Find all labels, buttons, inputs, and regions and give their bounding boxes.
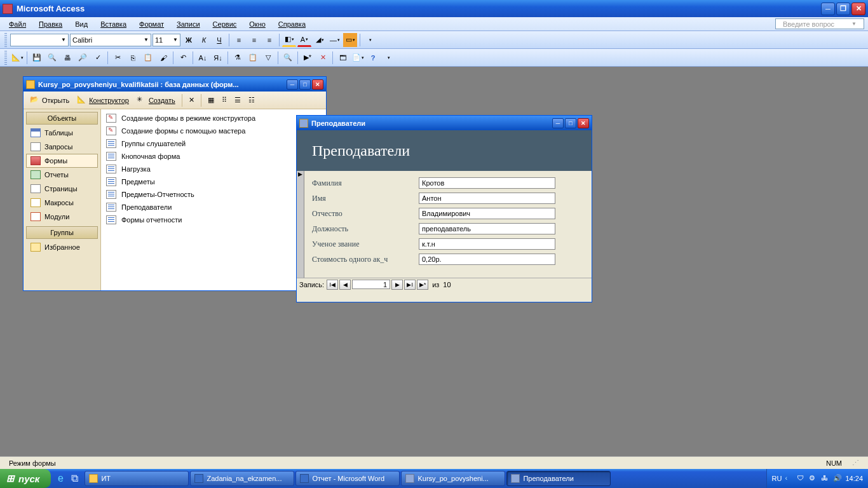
toolbar-options-button[interactable]: ▾ — [363, 33, 377, 47]
copy-button[interactable]: ⎘ — [126, 51, 140, 65]
toolbar-grip[interactable] — [4, 33, 7, 47]
recnav-next-button[interactable]: ▶ — [391, 280, 403, 290]
record-selector[interactable]: ▶ — [297, 171, 304, 278]
bold-button[interactable]: Ж — [182, 33, 196, 47]
field-input[interactable] — [419, 223, 555, 234]
db-list-item[interactable]: Формы отчетности — [104, 214, 323, 226]
menu-window[interactable]: Окно — [244, 19, 271, 29]
taskbar-task[interactable]: Преподаватели — [506, 471, 611, 486]
db-list-item[interactable]: Группы слушателей — [104, 137, 323, 150]
underline-button[interactable]: Ч — [212, 33, 226, 47]
sort-desc-button[interactable]: Я↓ — [211, 51, 225, 65]
field-input[interactable] — [419, 208, 555, 219]
sort-asc-button[interactable]: A↓ — [196, 51, 210, 65]
db-design-button[interactable]: 📐Конструктор — [74, 94, 132, 107]
db-list-button[interactable]: ☰ — [232, 95, 243, 105]
save-button[interactable]: 💾 — [30, 51, 44, 65]
field-input[interactable] — [419, 238, 555, 250]
print-button[interactable]: 🖶 — [60, 51, 74, 65]
tray-chevron-icon[interactable]: ‹ — [785, 474, 794, 483]
object-selector[interactable]: ▼ — [10, 34, 69, 46]
align-left-button[interactable]: ≡ — [232, 33, 246, 47]
db-nav-item[interactable]: Страницы — [26, 182, 98, 196]
tray-shield-icon[interactable]: 🛡 — [797, 474, 806, 483]
minimize-button[interactable]: ─ — [821, 3, 835, 15]
db-minimize-button[interactable]: ─ — [287, 79, 298, 90]
recnav-first-button[interactable]: I◀ — [327, 280, 338, 290]
filter-selection-button[interactable]: ⚗ — [231, 51, 245, 65]
maximize-button[interactable]: ❐ — [836, 3, 850, 15]
toolbar-options-button[interactable]: ▾ — [381, 51, 395, 65]
taskbar-task[interactable]: ИТ — [85, 471, 189, 486]
help-search-box[interactable]: Введите вопрос ▼ — [775, 18, 864, 29]
print-preview-button[interactable]: 🔎 — [76, 51, 90, 65]
tray-network-icon[interactable]: 🖧 — [821, 474, 830, 483]
menu-file[interactable]: Файл — [4, 19, 31, 29]
recnav-prev-button[interactable]: ◀ — [339, 280, 351, 290]
tray-updates-icon[interactable]: ⚙ — [809, 474, 818, 483]
font-color-button[interactable]: A▾ — [297, 33, 311, 47]
db-nav-item[interactable]: Отчеты — [26, 168, 98, 182]
undo-button[interactable]: ↶ — [176, 51, 190, 65]
close-button[interactable]: ✕ — [851, 3, 865, 15]
taskbar-task[interactable]: Zadania_na_ekzamen... — [190, 471, 294, 486]
db-list-item[interactable]: Предметы-Отчетность — [104, 188, 323, 201]
start-button[interactable]: ⊞ пуск — [0, 469, 51, 488]
form-titlebar[interactable]: Преподаватели ─ □ ✕ — [297, 116, 592, 130]
db-large-icons-button[interactable]: ▦ — [205, 95, 217, 105]
db-details-button[interactable]: ☷ — [246, 95, 257, 105]
menu-insert[interactable]: Вставка — [95, 19, 132, 29]
filter-form-button[interactable]: 📋 — [246, 51, 260, 65]
file-search-button[interactable]: 🔍 — [45, 51, 59, 65]
format-painter-button[interactable]: 🖌 — [156, 51, 170, 65]
form-minimize-button[interactable]: ─ — [552, 118, 564, 128]
db-maximize-button[interactable]: □ — [299, 79, 311, 90]
recnav-current-input[interactable] — [352, 280, 390, 289]
db-delete-button[interactable]: ✕ — [186, 95, 197, 105]
taskbar-task[interactable]: Kursy_po_povysheni... — [401, 471, 505, 486]
new-object-button[interactable]: 📄▾ — [351, 51, 365, 65]
menu-help[interactable]: Справка — [273, 19, 311, 29]
db-close-button[interactable]: ✕ — [312, 79, 323, 90]
db-small-icons-button[interactable]: ⠿ — [219, 95, 229, 105]
field-input[interactable] — [419, 254, 555, 265]
toolbar-grip[interactable] — [4, 51, 7, 65]
db-window-button[interactable]: 🗔 — [336, 51, 349, 65]
ql-ie-icon[interactable]: e — [53, 471, 67, 486]
taskbar-task[interactable]: Отчет - Microsoft Word — [295, 471, 400, 486]
db-create-button[interactable]: ✳Создать — [134, 94, 178, 107]
line-width-button[interactable]: —▾ — [328, 33, 342, 47]
ql-desktop-icon[interactable]: ⧉ — [67, 471, 81, 486]
align-right-button[interactable]: ≡ — [262, 33, 276, 47]
font-size-selector[interactable]: 11▼ — [153, 34, 180, 46]
menu-view[interactable]: Вид — [70, 19, 93, 29]
db-nav-favorites[interactable]: Избранное — [26, 240, 98, 254]
recnav-last-button[interactable]: ▶I — [404, 280, 416, 290]
tray-clock[interactable]: 14:24 — [845, 475, 863, 482]
help-button[interactable]: ? — [366, 51, 380, 65]
view-button[interactable]: 📐▾ — [10, 51, 24, 65]
db-list-item[interactable]: Создание формы с помощью мастера — [104, 125, 323, 137]
form-maximize-button[interactable]: □ — [565, 118, 576, 128]
db-list-item[interactable]: Создание формы в режиме конструктора — [104, 112, 323, 125]
align-center-button[interactable]: ≡ — [247, 33, 261, 47]
font-selector[interactable]: Calibri▼ — [70, 34, 151, 46]
cut-button[interactable]: ✂ — [111, 51, 125, 65]
italic-button[interactable]: К — [197, 33, 211, 47]
form-close-button[interactable]: ✕ — [578, 118, 589, 128]
db-list-item[interactable]: Нагрузка — [104, 163, 323, 175]
db-nav-item[interactable]: Макросы — [26, 196, 98, 210]
db-nav-item[interactable]: Таблицы — [26, 126, 98, 140]
line-color-button[interactable]: ◢▾ — [313, 33, 327, 47]
db-nav-item[interactable]: Формы — [26, 154, 98, 168]
db-nav-item[interactable]: Запросы — [26, 140, 98, 154]
db-list-item[interactable]: Преподаватели — [104, 201, 323, 214]
menu-records[interactable]: Записи — [172, 19, 205, 29]
menu-format[interactable]: Формат — [134, 19, 169, 29]
spelling-button[interactable]: ✓ — [91, 51, 105, 65]
toggle-filter-button[interactable]: ▽ — [261, 51, 275, 65]
new-record-button[interactable]: ▶* — [301, 51, 315, 65]
fill-color-button[interactable]: ◧▾ — [282, 33, 296, 47]
db-list-item[interactable]: Кнопочная форма — [104, 150, 323, 163]
system-tray[interactable]: RU ‹ 🛡 ⚙ 🖧 🔊 14:24 — [766, 469, 868, 488]
